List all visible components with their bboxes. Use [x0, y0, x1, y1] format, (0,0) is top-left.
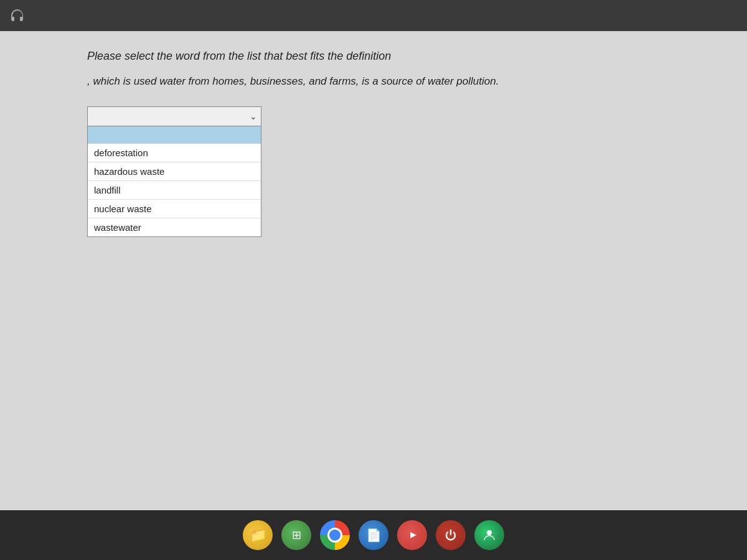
files-icon[interactable]: 📁	[243, 520, 273, 550]
dropdown-list: deforestation hazardous waste landfill n…	[87, 126, 261, 237]
dropdown-container[interactable]: ⌄ deforestation hazardous waste landfill…	[87, 106, 261, 237]
dropdown-option-nuclear-waste[interactable]: nuclear waste	[88, 200, 261, 218]
dropdown-option-wastewater[interactable]: wastewater	[88, 218, 261, 236]
grid-icon[interactable]: ⊞	[281, 520, 311, 550]
chrome-icon[interactable]	[320, 520, 350, 550]
chevron-down-icon: ⌄	[250, 111, 257, 121]
instruction-text: Please select the word from the list tha…	[87, 50, 722, 63]
definition-text: , which is used water from homes, busine…	[87, 75, 722, 88]
dropdown-header[interactable]: ⌄	[87, 106, 261, 126]
taskbar: 📁 ⊞ 📄	[0, 510, 747, 560]
top-bar	[0, 0, 747, 31]
dropdown-option-hazardous-waste[interactable]: hazardous waste	[88, 162, 261, 181]
dropdown-option-deforestation[interactable]: deforestation	[88, 144, 261, 162]
headphone-icon	[6, 4, 29, 27]
youtube-icon[interactable]	[397, 520, 427, 550]
dropdown-option-landfill[interactable]: landfill	[88, 181, 261, 200]
svg-marker-0	[410, 532, 416, 538]
power-icon[interactable]	[436, 520, 466, 550]
docs-icon[interactable]: 📄	[359, 520, 388, 550]
svg-point-1	[487, 530, 492, 535]
account-icon[interactable]	[474, 520, 504, 550]
main-content: Please select the word from the list tha…	[0, 31, 747, 510]
dropdown-selected-highlight	[88, 126, 261, 144]
